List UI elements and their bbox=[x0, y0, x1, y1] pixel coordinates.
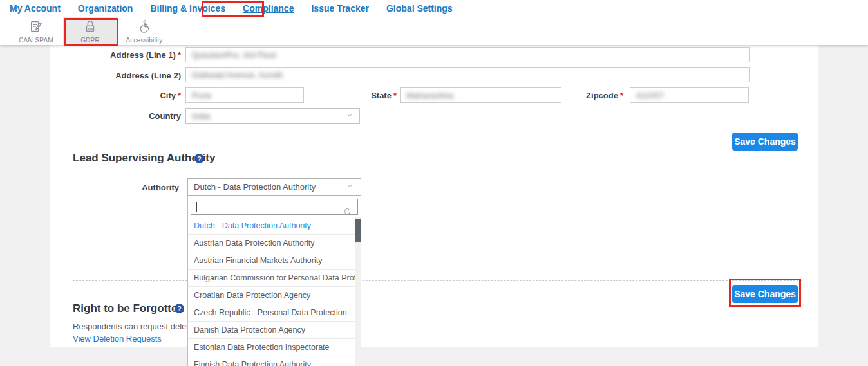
chevron-down-icon bbox=[345, 111, 354, 122]
nav-global-settings[interactable]: Global Settings bbox=[386, 3, 453, 14]
zipcode-input[interactable]: 411007 bbox=[630, 87, 749, 103]
compliance-toolbar: CAN-SPAM GDPR Ac bbox=[0, 17, 868, 45]
zipcode-label: Zipcode* bbox=[540, 91, 623, 100]
state-label: State* bbox=[313, 91, 397, 100]
city-input[interactable]: Pune bbox=[185, 87, 304, 103]
dropdown-scrollbar[interactable] bbox=[355, 217, 361, 366]
address-line1-input[interactable]: QuestionPro, 3rd Floor bbox=[185, 47, 750, 62]
section-divider bbox=[73, 127, 802, 127]
help-icon[interactable]: ? bbox=[175, 304, 184, 313]
authority-search-input[interactable] bbox=[191, 199, 358, 215]
address-line2-label: Address (Line 2) bbox=[97, 71, 181, 80]
right-to-be-forgotten-heading: Right to be Forgotten bbox=[73, 302, 184, 315]
save-changes-button-authority[interactable]: Save Changes bbox=[732, 285, 798, 303]
authority-option-list: Dutch - Data Protection Authority Austri… bbox=[188, 217, 361, 366]
authority-dropdown: Dutch - Data Protection Authority Austri… bbox=[187, 196, 361, 366]
city-label: City* bbox=[97, 91, 181, 100]
section-divider bbox=[73, 280, 802, 281]
save-changes-button-address[interactable]: Save Changes bbox=[732, 133, 798, 151]
redacted-value: Pune bbox=[192, 91, 211, 100]
accessibility-icon bbox=[137, 19, 151, 36]
help-icon[interactable]: ? bbox=[194, 154, 204, 163]
country-label: Country bbox=[97, 111, 181, 121]
redacted-value: Gaikwad Avenue, Aundh bbox=[192, 70, 283, 80]
top-navigation: My Account Organization Billing & Invoic… bbox=[0, 0, 868, 17]
country-select[interactable]: India bbox=[185, 108, 360, 124]
required-asterisk: * bbox=[393, 91, 397, 100]
address-line1-label: Address (Line 1)* bbox=[97, 50, 181, 60]
authority-option[interactable]: Estonian Data Protection Inspectorate bbox=[188, 339, 361, 356]
authority-select[interactable]: Dutch - Data Protection Authority bbox=[187, 178, 361, 196]
redacted-value: Maharashtra bbox=[406, 91, 453, 100]
tab-gdpr[interactable]: GDPR bbox=[63, 17, 117, 45]
nav-billing-invoices[interactable]: Billing & Invoices bbox=[150, 3, 225, 14]
authority-option[interactable]: Danish Data Protection Agency bbox=[188, 322, 361, 339]
authority-option[interactable]: Finnish Data Protection Authority bbox=[188, 356, 361, 366]
document-edit-icon bbox=[29, 19, 43, 36]
nav-my-account[interactable]: My Account bbox=[10, 3, 61, 14]
required-asterisk: * bbox=[178, 50, 181, 60]
authority-option[interactable]: Bulgarian Commission for Personal Data P… bbox=[188, 270, 361, 287]
tab-label: GDPR bbox=[80, 37, 100, 44]
redacted-value: 411007 bbox=[636, 91, 663, 100]
tab-accessibility[interactable]: Accessibility bbox=[117, 17, 171, 45]
authority-option[interactable]: Austrian Financial Markets Authority bbox=[188, 252, 361, 270]
address-line2-input[interactable]: Gaikwad Avenue, Aundh bbox=[185, 67, 750, 82]
nav-organization[interactable]: Organization bbox=[78, 3, 133, 14]
required-asterisk: * bbox=[620, 91, 623, 100]
tab-can-spam[interactable]: CAN-SPAM bbox=[9, 17, 63, 45]
chevron-up-icon bbox=[346, 181, 355, 192]
authority-label: Authority bbox=[95, 183, 179, 192]
text-cursor bbox=[196, 202, 197, 212]
authority-option[interactable]: Dutch - Data Protection Authority bbox=[188, 217, 361, 235]
state-input[interactable]: Maharashtra bbox=[400, 87, 561, 103]
nav-issue-tracker[interactable]: Issue Tracker bbox=[311, 3, 369, 14]
redacted-value: QuestionPro, 3rd Floor bbox=[192, 50, 277, 60]
tab-label: Accessibility bbox=[126, 37, 162, 44]
authority-selected-value: Dutch - Data Protection Authority bbox=[194, 182, 316, 192]
authority-option[interactable]: Croatian Data Protection Agency bbox=[188, 287, 361, 304]
authority-option[interactable]: Czech Republic - Personal Data Protectio… bbox=[188, 304, 361, 322]
tab-label: CAN-SPAM bbox=[19, 37, 53, 44]
compliance-settings-page: My Account Organization Billing & Invoic… bbox=[0, 0, 868, 366]
authority-option[interactable]: Austrian Data Protection Authority bbox=[188, 235, 361, 252]
lock-icon bbox=[83, 19, 97, 36]
scrollbar-thumb[interactable] bbox=[355, 219, 361, 242]
nav-compliance[interactable]: Compliance bbox=[243, 3, 294, 14]
redacted-value: India bbox=[192, 111, 210, 121]
required-asterisk: * bbox=[178, 91, 181, 100]
view-deletion-requests-link[interactable]: View Deletion Requests bbox=[73, 334, 162, 343]
